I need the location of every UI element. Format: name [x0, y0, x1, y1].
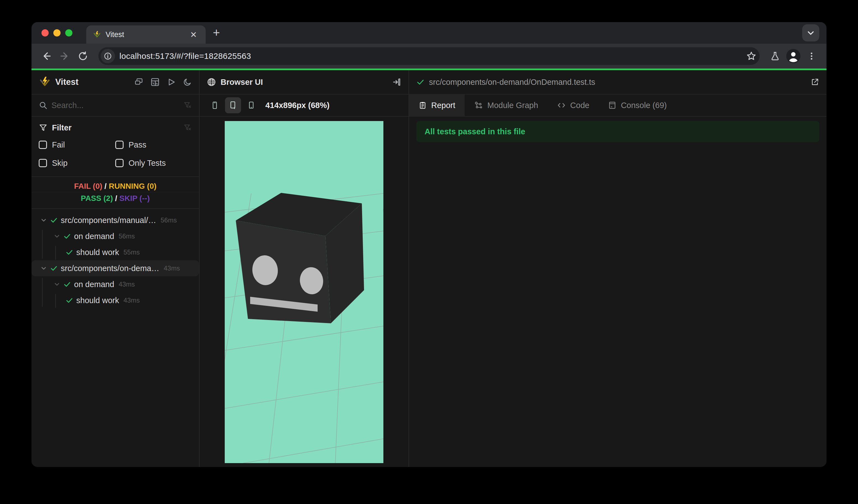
new-tab-button[interactable]: + [213, 24, 220, 41]
test-duration: 43ms [124, 296, 140, 304]
device-zoom-in-icon[interactable] [225, 97, 241, 113]
filter-option-only-tests[interactable]: Only Tests [115, 155, 192, 171]
test-label: should work [76, 296, 119, 305]
chevron-down-icon[interactable] [38, 217, 49, 224]
pass-count: PASS (2) [81, 194, 113, 202]
all-tests-passed-banner: All tests passed in this file [416, 121, 819, 142]
address-bar[interactable]: localhost:5173/#/?file=1828625563 [98, 47, 760, 65]
zoom-window-button[interactable] [65, 29, 73, 36]
browser-toolbar: localhost:5173/#/?file=1828625563 [32, 44, 826, 68]
test-file-row[interactable]: src/components/manual/…56ms [32, 212, 199, 228]
tab-report[interactable]: Report [409, 95, 465, 116]
search-icon [39, 101, 48, 110]
pass-check-icon [65, 296, 74, 304]
device-toolbar: 414x896px (68%) [200, 95, 409, 117]
checkbox[interactable] [115, 159, 124, 167]
preview-stage [200, 117, 409, 467]
test-duration: 56ms [118, 232, 135, 240]
run-all-play-icon[interactable] [167, 78, 176, 86]
tab-label: Console (69) [621, 101, 667, 110]
search-input[interactable] [51, 101, 180, 110]
code-icon [557, 101, 566, 110]
test-viewport[interactable] [225, 121, 383, 463]
dock-panel-icon[interactable] [392, 77, 401, 87]
site-info-icon[interactable] [101, 49, 115, 63]
preview-title: Browser UI [221, 78, 387, 87]
fail-count: FAIL (0) [74, 182, 102, 190]
app-title: Vitest [55, 77, 130, 87]
experiments-flask-icon[interactable] [767, 48, 783, 64]
pass-check-icon [49, 216, 59, 224]
test-label: src/components/manual/… [61, 216, 156, 225]
vitest-favicon-icon [93, 30, 101, 39]
test-case-row[interactable]: should work43ms [32, 292, 199, 308]
chevron-down-icon[interactable] [38, 265, 49, 272]
device-zoom-out-icon[interactable] [243, 97, 259, 113]
console-icon [608, 101, 616, 110]
chevron-down-icon[interactable] [51, 233, 62, 240]
results-tabs: ReportModule GraphCodeConsole (69) [409, 95, 826, 117]
collapse-windows-icon[interactable] [134, 78, 143, 86]
dashboard-icon[interactable] [150, 77, 160, 87]
forward-button[interactable] [57, 48, 73, 64]
pass-check-icon [416, 78, 425, 86]
reset-filter-icon[interactable] [184, 124, 192, 132]
pass-check-icon [62, 280, 72, 288]
search-row [32, 95, 199, 117]
filter-option-skip[interactable]: Skip [39, 155, 115, 171]
checkbox[interactable] [39, 159, 47, 167]
vitest-logo-icon [39, 76, 51, 88]
filter-option-pass[interactable]: Pass [115, 137, 192, 152]
back-button[interactable] [39, 48, 54, 64]
tab-search-button[interactable] [802, 24, 819, 42]
browser-menu-icon[interactable] [804, 48, 819, 64]
test-suite-row[interactable]: on demand56ms [32, 228, 199, 244]
test-suite-row[interactable]: on demand43ms [32, 276, 199, 292]
url-text[interactable]: localhost:5173/#/?file=1828625563 [120, 51, 741, 61]
filter-option-fail[interactable]: Fail [39, 137, 115, 152]
test-label: src/components/on-dema… [61, 264, 159, 273]
tab-console-69[interactable]: Console (69) [599, 95, 676, 116]
test-file-row[interactable]: src/components/on-dema…43ms [32, 260, 199, 276]
pass-check-icon [62, 232, 72, 240]
tab-code[interactable]: Code [547, 95, 599, 116]
reload-button[interactable] [75, 48, 91, 64]
checkbox-label: Pass [129, 140, 146, 149]
open-in-editor-icon[interactable] [810, 78, 819, 86]
test-duration: 43ms [118, 280, 135, 288]
globe-icon [207, 77, 216, 87]
filter-title: Filter [52, 123, 179, 132]
tab-label: Report [431, 101, 455, 110]
running-count: RUNNING (0) [109, 182, 157, 190]
checkbox[interactable] [39, 141, 47, 149]
pass-check-icon [65, 248, 74, 256]
test-label: on demand [74, 232, 114, 241]
device-phone-icon[interactable] [207, 97, 223, 113]
close-window-button[interactable] [42, 29, 49, 36]
minimize-window-button[interactable] [53, 29, 61, 36]
tab-strip: Vitest ✕ + [32, 22, 826, 44]
report-content: All tests passed in this file [409, 117, 826, 146]
dark-mode-moon-icon[interactable] [183, 78, 192, 86]
bookmark-star-icon[interactable] [746, 51, 757, 62]
sidebar-header: Vitest [32, 70, 199, 95]
clear-search-filter-icon[interactable] [184, 101, 192, 110]
traffic-lights [42, 29, 73, 36]
browser-tab-vitest[interactable]: Vitest ✕ [86, 26, 206, 44]
results-header: src/components/on-demand/OnDemand.test.t… [409, 70, 826, 95]
checkbox[interactable] [115, 141, 124, 149]
test-tree: src/components/manual/…56mson demand56ms… [32, 209, 199, 467]
test-file-path: src/components/on-demand/OnDemand.test.t… [429, 78, 806, 87]
test-label: should work [76, 248, 119, 257]
checkbox-label: Fail [52, 140, 65, 149]
profile-avatar[interactable] [785, 48, 801, 64]
preview-header: Browser UI [200, 70, 409, 95]
tab-module-graph[interactable]: Module Graph [465, 95, 547, 116]
robot-cube-scene [225, 121, 383, 463]
tab-label: Code [570, 101, 589, 110]
checkbox-label: Skip [52, 159, 67, 168]
browser-window: Vitest ✕ + localhost:5173/#/?file=182862… [32, 22, 826, 467]
chevron-down-icon[interactable] [51, 281, 62, 288]
test-case-row[interactable]: should work55ms [32, 244, 199, 260]
tab-close-icon[interactable]: ✕ [188, 29, 199, 40]
